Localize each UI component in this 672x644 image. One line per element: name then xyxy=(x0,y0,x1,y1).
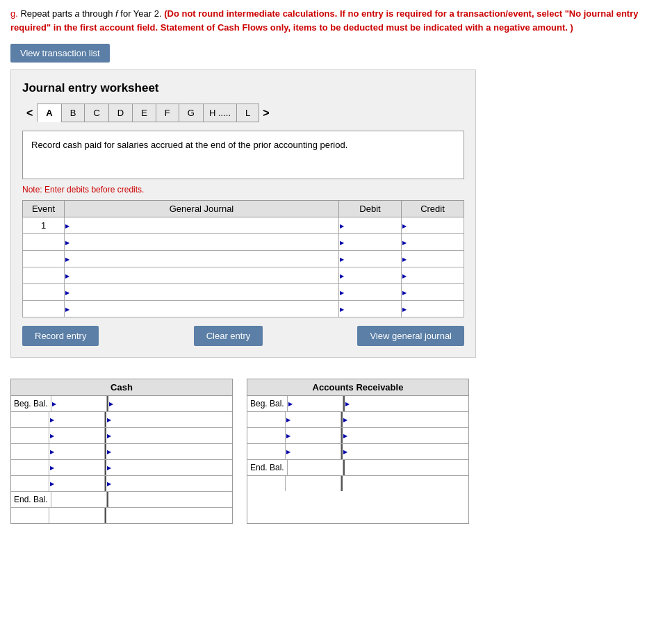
cash-right-input-2[interactable] xyxy=(106,428,232,443)
ar-beg-left-1[interactable] xyxy=(288,396,343,411)
debit-input-4[interactable] xyxy=(339,267,401,283)
debit-cell-3[interactable] xyxy=(339,251,402,267)
debit-cell-2[interactable] xyxy=(339,234,402,251)
cash-end2-left-input[interactable] xyxy=(49,508,104,523)
cash-right-2[interactable] xyxy=(105,428,232,443)
ar-beg-right-input-1[interactable] xyxy=(345,396,468,411)
tab-d[interactable]: D xyxy=(108,104,133,122)
journal-cell-6[interactable] xyxy=(65,301,339,317)
cash-left-input-2[interactable] xyxy=(49,428,104,443)
credit-cell-3[interactable] xyxy=(402,251,464,267)
credit-cell-2[interactable] xyxy=(402,234,464,251)
cash-left-4[interactable] xyxy=(49,460,105,475)
cash-left-3[interactable] xyxy=(49,444,105,459)
ar-right-input-2[interactable] xyxy=(343,428,468,443)
credit-cell-6[interactable] xyxy=(402,301,464,317)
debit-input-6[interactable] xyxy=(339,301,401,317)
tab-next-button[interactable]: > xyxy=(259,104,273,122)
debit-input-2[interactable] xyxy=(339,234,401,250)
cash-end2-right-input[interactable] xyxy=(106,508,232,523)
cash-beg-left-1[interactable] xyxy=(51,396,107,411)
ar-end2-left-input[interactable] xyxy=(286,476,341,491)
credit-cell-1[interactable] xyxy=(402,217,464,234)
journal-cell-2[interactable] xyxy=(65,234,339,251)
cash-beg-left-input-1[interactable] xyxy=(51,396,106,411)
cash-right-1[interactable] xyxy=(105,412,232,427)
ar-end-left-input[interactable] xyxy=(288,460,343,475)
debit-cell-1[interactable] xyxy=(339,217,402,234)
credit-input-3[interactable] xyxy=(402,251,464,267)
ar-left-2[interactable] xyxy=(286,428,341,443)
cash-end2-left[interactable] xyxy=(49,508,105,523)
cash-right-4[interactable] xyxy=(105,460,232,475)
journal-input-1[interactable] xyxy=(65,217,338,233)
ar-end2-left[interactable] xyxy=(286,476,341,491)
debit-input-5[interactable] xyxy=(339,284,401,300)
view-general-journal-button[interactable]: View general journal xyxy=(357,326,464,346)
journal-input-5[interactable] xyxy=(65,284,338,300)
ar-left-input-2[interactable] xyxy=(286,428,341,443)
tab-c[interactable]: C xyxy=(84,104,108,122)
ar-end2-right[interactable] xyxy=(341,476,468,491)
debit-input-3[interactable] xyxy=(339,251,401,267)
debit-cell-6[interactable] xyxy=(339,301,402,317)
ar-left-3[interactable] xyxy=(286,444,341,459)
ar-right-input-3[interactable] xyxy=(343,444,468,459)
cash-right-input-4[interactable] xyxy=(106,460,232,475)
cash-end-left[interactable] xyxy=(51,492,107,507)
credit-input-2[interactable] xyxy=(402,234,464,250)
clear-entry-button[interactable]: Clear entry xyxy=(194,326,263,346)
cash-left-input-1[interactable] xyxy=(49,412,104,427)
cash-right-input-3[interactable] xyxy=(106,444,232,459)
cash-end-right-input[interactable] xyxy=(108,492,232,507)
ar-right-3[interactable] xyxy=(341,444,468,459)
journal-cell-1[interactable] xyxy=(65,217,339,234)
view-transaction-button[interactable]: View transaction list xyxy=(10,44,110,63)
tab-a[interactable]: A xyxy=(37,104,61,122)
tab-e[interactable]: E xyxy=(132,104,156,122)
debit-input-1[interactable] xyxy=(339,217,401,233)
tab-h-dots[interactable]: H ..... xyxy=(203,104,237,122)
tab-prev-button[interactable]: < xyxy=(22,104,37,122)
cash-right-5[interactable] xyxy=(105,476,232,491)
cash-end-right[interactable] xyxy=(107,492,232,507)
tab-l[interactable]: L xyxy=(236,104,259,122)
ar-right-input-1[interactable] xyxy=(343,412,468,427)
ar-end-right-input[interactable] xyxy=(345,460,468,475)
cash-beg-right-1[interactable] xyxy=(107,396,232,411)
cash-left-2[interactable] xyxy=(49,428,105,443)
credit-input-5[interactable] xyxy=(402,284,464,300)
tab-f[interactable]: F xyxy=(156,104,179,122)
record-entry-button[interactable]: Record entry xyxy=(22,326,99,346)
cash-left-input-5[interactable] xyxy=(49,476,104,491)
journal-cell-3[interactable] xyxy=(65,251,339,267)
journal-input-3[interactable] xyxy=(65,251,338,267)
ar-left-input-3[interactable] xyxy=(286,444,341,459)
credit-input-4[interactable] xyxy=(402,267,464,283)
cash-end2-right[interactable] xyxy=(105,508,232,523)
credit-input-6[interactable] xyxy=(402,301,464,317)
cash-end-left-input[interactable] xyxy=(51,492,106,507)
cash-right-input-1[interactable] xyxy=(106,412,232,427)
cash-left-input-3[interactable] xyxy=(49,444,104,459)
credit-input-1[interactable] xyxy=(402,217,464,233)
journal-cell-5[interactable] xyxy=(65,284,339,301)
journal-cell-4[interactable] xyxy=(65,267,339,284)
journal-input-6[interactable] xyxy=(65,301,338,317)
ar-right-1[interactable] xyxy=(341,412,468,427)
tab-b[interactable]: B xyxy=(61,104,85,122)
credit-cell-5[interactable] xyxy=(402,284,464,301)
ar-end-right[interactable] xyxy=(343,460,468,475)
ar-beg-right-1[interactable] xyxy=(343,396,468,411)
cash-right-input-5[interactable] xyxy=(106,476,232,491)
ar-end-left[interactable] xyxy=(288,460,343,475)
journal-input-2[interactable] xyxy=(65,234,338,250)
cash-beg-right-input-1[interactable] xyxy=(108,396,232,411)
ar-left-input-1[interactable] xyxy=(286,412,341,427)
cash-left-input-4[interactable] xyxy=(49,460,104,475)
ar-beg-left-input-1[interactable] xyxy=(288,396,343,411)
cash-left-1[interactable] xyxy=(49,412,105,427)
cash-left-5[interactable] xyxy=(49,476,105,491)
ar-end2-right-input[interactable] xyxy=(343,476,468,491)
tab-g[interactable]: G xyxy=(179,104,204,122)
